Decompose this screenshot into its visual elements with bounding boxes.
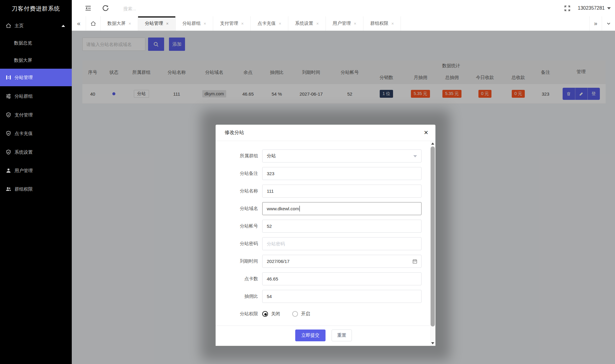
shield-check-icon [5, 130, 12, 136]
form-row: 所属群组 分站 [220, 149, 430, 162]
tabs-scroll-right-button[interactable]: » [589, 16, 602, 31]
permission-radio-group: 关闭 开启 [262, 311, 310, 317]
sidebar: 刀客付费进群系统 主页 数据总览 数据大屏 分站管理 分站群组 [0, 0, 72, 364]
sidebar-item-payment-manage[interactable]: 支付管理 [0, 106, 72, 124]
close-icon[interactable]: × [128, 21, 131, 26]
refresh-icon[interactable] [102, 4, 110, 12]
scroll-up-icon[interactable] [430, 141, 435, 146]
user-id: 1302357281 [578, 5, 605, 11]
tab-data-screen[interactable]: 数据大屏× [101, 16, 138, 31]
tab-substation-group[interactable]: 分站群组× [176, 16, 213, 31]
tab-home[interactable] [86, 16, 101, 31]
tabs-scroll-left-button[interactable]: « [72, 16, 86, 31]
close-icon[interactable]: × [203, 21, 206, 26]
form-row: 分站权限 关闭 开启 [220, 307, 430, 320]
form-row: 分站域名 www.dkewl.com [220, 202, 430, 215]
caret-down-icon [413, 155, 417, 157]
modal-body: 所属群组 分站 分站备注 分站名称 分站域名 w [216, 141, 430, 346]
sidebar-item-user-manage[interactable]: 用户管理 [0, 162, 72, 179]
form-row: 分站密码 [220, 237, 430, 250]
tabbar: « 数据大屏× 分站管理× 分站群组× 支付管理× 点卡充值× 系统设置× 用户… [72, 16, 615, 31]
close-icon[interactable]: × [166, 21, 168, 26]
reset-button[interactable]: 重置 [332, 330, 352, 341]
fullscreen-icon[interactable] [564, 5, 572, 13]
close-icon[interactable]: × [316, 21, 319, 26]
sidebar-item-data-overview[interactable]: 数据总览 [0, 34, 72, 52]
name-field[interactable] [262, 185, 422, 198]
tab-user-manage[interactable]: 用户管理× [326, 16, 363, 31]
form-row: 点卡数 [220, 272, 430, 285]
group-select[interactable]: 分站 [262, 149, 422, 162]
commission-rate-field[interactable] [262, 290, 422, 303]
tabs-menu-button[interactable] [602, 16, 615, 31]
password-field[interactable] [262, 237, 422, 250]
domain-field[interactable]: www.dkewl.com [262, 202, 422, 215]
collapse-sidebar-icon[interactable] [84, 4, 92, 12]
sidebar-item-system-settings[interactable]: 系统设置 [0, 143, 72, 161]
points-field[interactable] [262, 272, 422, 285]
submit-button[interactable]: 立即提交 [295, 330, 326, 341]
tab-card-recharge[interactable]: 点卡充值× [251, 16, 288, 31]
sidebar-item-card-recharge[interactable]: 点卡充值 [0, 125, 72, 142]
shield-check-icon [5, 149, 12, 155]
home-icon [5, 23, 12, 29]
edit-substation-modal: 修改分站 × 所属群组 分站 分站备注 分站名称 [216, 125, 435, 346]
topbar: 1302357281 [72, 0, 615, 17]
modal-header: 修改分站 × [216, 125, 435, 141]
chevron-up-icon [61, 25, 65, 27]
sidebar-item-home[interactable]: 主页 [0, 17, 72, 34]
chart-columns-icon [5, 74, 12, 80]
modal-scrollbar[interactable] [430, 141, 435, 346]
tab-group-permission[interactable]: 群组权限× [363, 16, 401, 31]
modal-footer: 立即提交 重置 [216, 326, 430, 346]
user-icon [5, 168, 12, 174]
radio-unchecked-icon [292, 311, 298, 317]
caret-down-icon [607, 7, 611, 9]
form-row: 分站名称 [220, 185, 430, 198]
radio-checked-icon [262, 311, 268, 317]
user-menu[interactable]: 1302357281 [578, 0, 611, 16]
expire-date-field[interactable]: 2027/06/17 [262, 255, 422, 268]
sidebar-item-label: 主页 [15, 23, 61, 29]
radio-off[interactable]: 关闭 [262, 311, 280, 317]
close-icon[interactable]: × [279, 21, 281, 26]
home-icon [90, 21, 96, 27]
close-icon[interactable]: × [241, 21, 243, 26]
tab-system-settings[interactable]: 系统设置× [288, 16, 326, 31]
text-cursor [299, 206, 300, 212]
close-icon[interactable]: × [424, 129, 428, 136]
remark-field[interactable] [262, 167, 422, 180]
form-row: 抽佣比 [220, 290, 430, 303]
radio-on[interactable]: 开启 [292, 311, 310, 317]
sidebar-item-group-permission[interactable]: 群组权限 [0, 180, 72, 198]
calendar-icon [412, 259, 418, 264]
shield-check-icon [5, 112, 12, 118]
users-icon [5, 186, 12, 192]
form-row: 分站帐号 [220, 220, 430, 233]
app-window: 刀客付费进群系统 主页 数据总览 数据大屏 分站管理 分站群组 [0, 0, 615, 364]
tab-payment-manage[interactable]: 支付管理× [213, 16, 251, 31]
app-title: 刀客付费进群系统 [0, 0, 72, 18]
sidebar-item-substation-group[interactable]: 分站群组 [0, 87, 72, 105]
modal-title: 修改分站 [225, 130, 244, 136]
sliders-icon [5, 93, 12, 99]
sidebar-item-substation-manage[interactable]: 分站管理 [0, 69, 72, 86]
form-row: 到期时间 2027/06/17 [220, 255, 430, 268]
account-field[interactable] [262, 220, 422, 233]
close-icon[interactable]: × [391, 21, 394, 26]
scrollbar-thumb[interactable] [431, 146, 435, 326]
global-search-input[interactable] [123, 4, 215, 13]
form-row: 分站备注 [220, 167, 430, 180]
tab-substation-manage[interactable]: 分站管理× [138, 16, 176, 31]
sidebar-item-data-screen[interactable]: 数据大屏 [0, 51, 72, 69]
close-icon[interactable]: × [354, 21, 356, 26]
scroll-down-icon[interactable] [430, 341, 435, 346]
